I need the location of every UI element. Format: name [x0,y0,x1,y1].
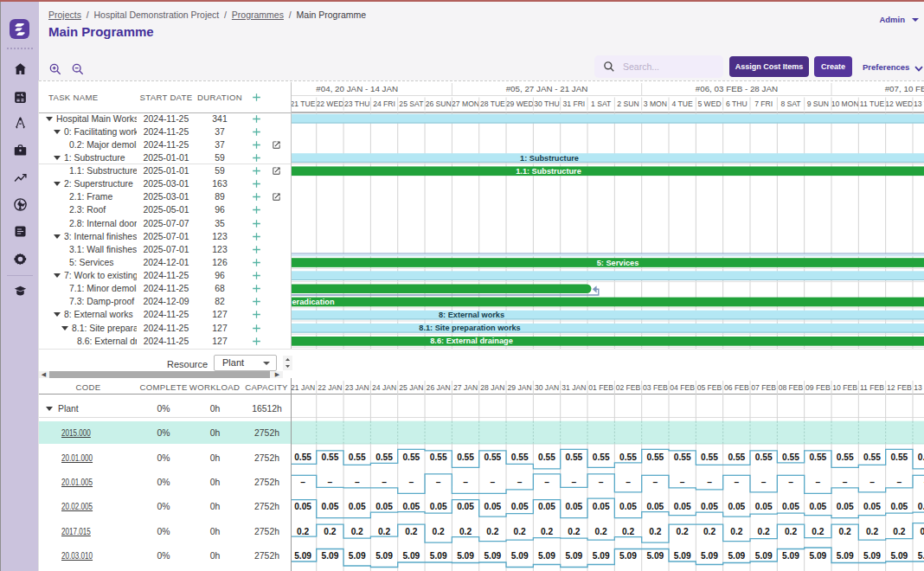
svg-text:0.55: 0.55 [593,452,610,462]
svg-text:0.05: 0.05 [565,502,582,511]
svg-text:0.55: 0.55 [321,452,338,462]
svg-text:5.09: 5.09 [321,551,338,561]
svg-text:1.1: Substructure: 1.1: Substructure [516,167,581,176]
svg-text:27 JAN: 27 JAN [453,383,478,392]
svg-text:0.2: 0.2 [324,527,336,536]
svg-text:#05, 27 JAN - 21 JAN: #05, 27 JAN - 21 JAN [506,84,588,93]
svg-text:08 FEB: 08 FEB [779,383,804,392]
svg-text:–: – [653,478,658,487]
svg-text:0.55: 0.55 [809,452,826,462]
svg-text:–: – [463,478,468,487]
svg-text:11 FEB: 11 FEB [860,383,884,392]
svg-text:–: – [491,478,496,487]
svg-text:0.05: 0.05 [728,502,745,511]
svg-text:0.05: 0.05 [837,502,854,511]
svg-text:0.55: 0.55 [918,452,924,462]
svg-text:0.05: 0.05 [863,502,881,511]
svg-text:–: – [436,478,441,487]
svg-text:8.6: External drainage: 8.6: External drainage [430,337,513,345]
svg-text:5.09: 5.09 [837,551,854,561]
svg-text:25 JAN: 25 JAN [399,383,423,392]
svg-text:0.55: 0.55 [782,452,799,462]
svg-text:23 JAN: 23 JAN [345,383,369,392]
svg-text:3 MON: 3 MON [644,99,667,108]
svg-text:0.2: 0.2 [622,527,634,536]
svg-text:8 SAT: 8 SAT [780,99,801,108]
svg-text:0.05: 0.05 [918,502,924,511]
svg-text:0.05: 0.05 [375,502,393,511]
svg-text:–: – [328,478,333,487]
svg-text:0.05: 0.05 [538,502,555,511]
svg-text:10 FEB: 10 FEB [832,383,857,392]
svg-text:–: – [355,478,360,487]
svg-text:0.2: 0.2 [541,527,553,536]
svg-text:0.55: 0.55 [349,452,366,462]
svg-text:21 JAN: 21 JAN [291,383,315,392]
svg-text:5.09: 5.09 [728,551,745,561]
svg-text:0.55: 0.55 [565,452,582,462]
svg-text:06 FEB: 06 FEB [724,383,749,392]
svg-text:26 JAN: 26 JAN [427,383,451,392]
svg-text:0.2: 0.2 [405,527,417,536]
svg-text:12 FEB: 12 FEB [887,383,912,392]
svg-text:0.2: 0.2 [839,527,851,536]
svg-text:0.2: 0.2 [459,527,472,536]
svg-text:0.05: 0.05 [809,502,826,511]
svg-text:0.2: 0.2 [568,527,580,536]
svg-text:5: Services: 5: Services [597,259,639,267]
svg-text:01 FEB: 01 FEB [588,383,613,392]
svg-text:0.55: 0.55 [701,452,718,462]
svg-text:–: – [788,478,793,487]
svg-text:–: – [680,478,685,487]
svg-text:22 JAN: 22 JAN [318,383,342,392]
svg-text:0.55: 0.55 [619,452,637,462]
svg-text:23 THU: 23 THU [344,99,369,108]
svg-text:#07, 10 FEB - 04 FEB: #07, 10 FEB - 04 FEB [885,84,924,93]
svg-text:0.2: 0.2 [514,527,526,536]
svg-text:21 TUE: 21 TUE [291,99,316,108]
svg-text:–: – [843,478,848,487]
svg-text:0.05: 0.05 [646,502,664,511]
svg-text:0.2: 0.2 [378,527,390,536]
svg-text:5.09: 5.09 [755,551,773,561]
svg-text:0.05: 0.05 [321,502,338,511]
svg-text:09 FEB: 09 FEB [805,383,831,392]
svg-text:24 JAN: 24 JAN [372,383,396,392]
svg-text:5 WED: 5 WED [697,99,721,108]
svg-text:0.55: 0.55 [375,452,393,462]
svg-text:0.2: 0.2 [677,527,689,536]
svg-text:0.05: 0.05 [511,502,529,511]
svg-text:28 TUE: 28 TUE [480,99,505,108]
svg-text:5.09: 5.09 [674,551,691,561]
svg-text:0.55: 0.55 [457,452,474,462]
svg-text:5.09: 5.09 [565,551,582,561]
svg-text:0.05: 0.05 [294,502,311,511]
svg-text:–: – [300,478,305,487]
svg-text:0.2: 0.2 [486,527,498,536]
svg-text:–: – [544,478,549,487]
svg-text:0.2: 0.2 [866,527,878,536]
svg-text:5.09: 5.09 [646,551,664,561]
svg-text:0.55: 0.55 [538,452,555,462]
svg-text:0.05: 0.05 [782,502,799,511]
svg-text:5.09: 5.09 [484,551,501,561]
svg-text:05 FEB: 05 FEB [697,383,722,392]
svg-text:5.09: 5.09 [918,551,924,561]
svg-text:–: – [869,478,875,487]
svg-text:0.55: 0.55 [646,452,664,462]
svg-text:5.09: 5.09 [890,551,908,561]
svg-text:–: – [409,478,414,487]
svg-text:0.05: 0.05 [701,502,718,511]
svg-text:0.55: 0.55 [837,452,854,462]
svg-text:5.09: 5.09 [701,551,718,561]
svg-text:0.05: 0.05 [755,502,773,511]
svg-text:eradication: eradication [292,298,335,306]
svg-text:0.2: 0.2 [595,527,607,536]
svg-text:5.09: 5.09 [430,551,447,561]
svg-text:28 JAN: 28 JAN [480,383,504,392]
svg-text:5.09: 5.09 [375,551,393,561]
svg-text:0.05: 0.05 [457,502,474,511]
svg-text:0.05: 0.05 [593,502,610,511]
svg-text:5.09: 5.09 [782,551,799,561]
svg-text:03 FEB: 03 FEB [643,383,668,392]
